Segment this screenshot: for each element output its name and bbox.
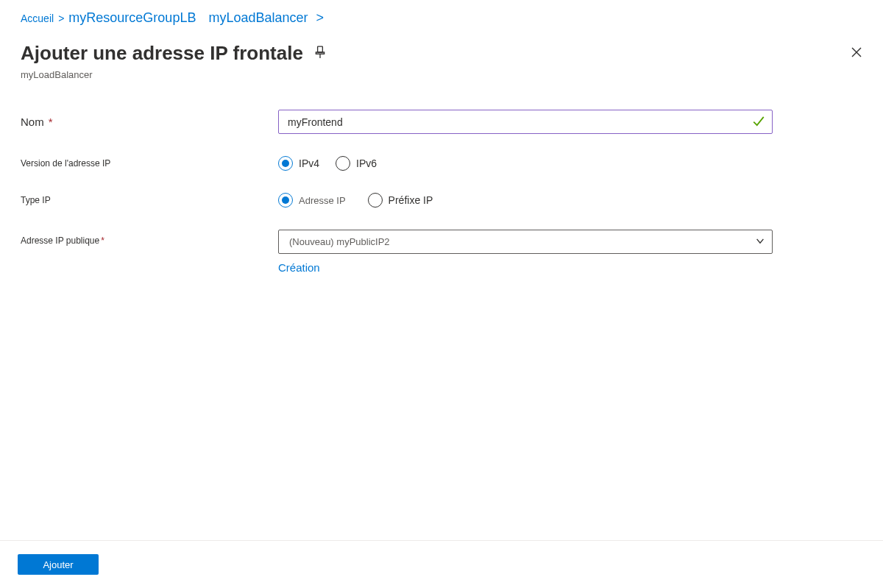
breadcrumb-separator (200, 10, 204, 26)
radio-ipv4[interactable]: IPv4 (278, 156, 319, 171)
radio-circle-icon (278, 193, 293, 208)
radio-ipv6-label: IPv6 (356, 157, 377, 169)
radio-circle-icon (278, 156, 293, 171)
ip-version-label: Version de l'adresse IP (21, 158, 278, 169)
form-row-name: Nom * (21, 110, 862, 134)
radio-ip-prefix[interactable]: Préfixe IP (368, 193, 433, 208)
breadcrumb: Accueil > myResourceGroupLB myLoadBalanc… (0, 0, 883, 26)
radio-ip-prefix-label: Préfixe IP (389, 194, 433, 206)
public-ip-label: Adresse IP publique* (21, 230, 278, 246)
create-new-link[interactable]: Création (278, 261, 320, 274)
public-ip-select-value: (Nouveau) myPublicIP2 (289, 236, 390, 247)
svg-rect-0 (317, 46, 322, 52)
ip-version-radio-group: IPv4 IPv6 (278, 156, 773, 171)
radio-ip-address-label: Adresse IP (299, 195, 346, 206)
breadcrumb-home[interactable]: Accueil (21, 13, 54, 24)
header: Ajouter une adresse IP frontale (0, 26, 883, 65)
pin-icon[interactable] (313, 46, 327, 61)
breadcrumb-separator: > (58, 13, 64, 24)
form-row-public-ip: Adresse IP publique* (Nouveau) myPublicI… (21, 230, 862, 274)
form-row-ip-type: Type IP Adresse IP Préfixe IP (21, 193, 862, 208)
page-subtitle: myLoadBalancer (0, 65, 883, 80)
radio-circle-icon (368, 193, 383, 208)
breadcrumb-resource-group[interactable]: myResourceGroupLB (68, 10, 196, 26)
ip-type-label: Type IP (21, 195, 278, 205)
public-ip-label-text: Adresse IP publique (21, 235, 99, 246)
breadcrumb-load-balancer[interactable]: myLoadBalancer (208, 10, 308, 26)
required-asterisk: * (49, 116, 53, 128)
required-asterisk: * (101, 235, 104, 246)
radio-ipv6[interactable]: IPv6 (336, 156, 377, 171)
page-title: Ajouter une adresse IP frontale (21, 42, 303, 65)
name-label-text: Nom (21, 116, 44, 128)
form: Nom * Version de l'adresse IP IPv4 (0, 80, 883, 274)
footer: Ajouter (0, 540, 883, 588)
name-label: Nom * (21, 116, 278, 128)
radio-ip-address[interactable]: Adresse IP (278, 193, 346, 208)
breadcrumb-separator: > (313, 10, 325, 26)
close-button[interactable] (851, 46, 862, 60)
add-button[interactable]: Ajouter (18, 554, 99, 575)
name-input[interactable] (278, 110, 773, 134)
ip-type-radio-group: Adresse IP Préfixe IP (278, 193, 773, 208)
radio-ipv4-label: IPv4 (299, 157, 319, 169)
checkmark-icon (752, 114, 765, 130)
radio-circle-icon (336, 156, 350, 171)
form-row-ip-version: Version de l'adresse IP IPv4 IPv6 (21, 156, 862, 171)
public-ip-select[interactable]: (Nouveau) myPublicIP2 (278, 230, 773, 254)
